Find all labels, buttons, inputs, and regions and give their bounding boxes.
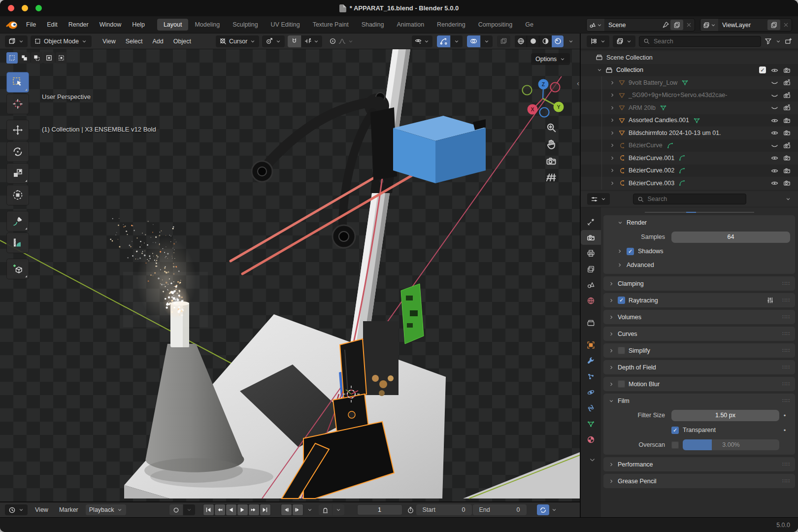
panel-header[interactable]: Motion Blur∷∷: [603, 377, 795, 391]
menu-edit[interactable]: Edit: [41, 19, 63, 31]
xray-toggle[interactable]: [497, 35, 510, 47]
panel-drag-grip[interactable]: ∷∷: [782, 398, 790, 404]
outliner-row-object[interactable]: Assorted Candles.001: [581, 114, 798, 127]
pin-icon[interactable]: [662, 21, 669, 29]
workspace-tab-rendering[interactable]: Rendering: [431, 19, 472, 31]
new-scene-button[interactable]: [670, 20, 683, 30]
keying-set-button[interactable]: [319, 504, 332, 515]
unlink-scene-button[interactable]: [684, 22, 693, 28]
outliner-row-object[interactable]: Bildschirmfoto 2024-10-13 um 01.: [581, 127, 798, 139]
chevron-right-icon[interactable]: [609, 180, 617, 186]
chevron-right-icon[interactable]: [609, 167, 617, 173]
panel-header[interactable]: Volumes∷∷: [603, 310, 795, 324]
playback-menu[interactable]: Playback: [86, 504, 126, 515]
panel-header[interactable]: Grease Pencil∷∷: [603, 474, 795, 488]
workspace-tab-sculpting[interactable]: Sculpting: [226, 19, 264, 31]
camera-icon[interactable]: [783, 117, 791, 124]
keying-dropdown[interactable]: [332, 504, 344, 515]
panel-header[interactable]: ✓Raytracing∷∷: [603, 293, 795, 307]
outliner-row-object[interactable]: 9volt Battery_Low: [581, 76, 798, 89]
eye-open-icon[interactable]: [771, 154, 778, 162]
proportional-editing-icon[interactable]: [329, 37, 336, 45]
camera-off-icon[interactable]: [783, 92, 791, 99]
workspace-tab-texture-paint[interactable]: Texture Paint: [306, 19, 355, 31]
outliner-row-scene-collection[interactable]: Scene Collection: [581, 51, 798, 64]
filter-funnel-icon[interactable]: [765, 37, 772, 45]
panel-header[interactable]: Performance∷∷: [603, 457, 795, 471]
zoom-window-button[interactable]: [35, 5, 42, 11]
animate-dot[interactable]: •: [779, 427, 790, 434]
panel-drag-grip[interactable]: ∷∷: [782, 297, 790, 303]
proportional-falloff-icon[interactable]: [338, 37, 346, 45]
outliner-row-object[interactable]: BézierCurve.001: [581, 152, 798, 165]
panel-header[interactable]: Clamping∷∷: [603, 276, 795, 291]
gizmos-toggle[interactable]: [437, 35, 450, 47]
chevron-down-icon[interactable]: [568, 38, 574, 44]
outliner-filter-mode-button[interactable]: [613, 35, 635, 47]
previous-frame-button[interactable]: [281, 504, 292, 515]
chevron-right-icon[interactable]: [609, 142, 617, 148]
properties-tab-material[interactable]: [581, 432, 601, 447]
panel-film-header[interactable]: Film ∷∷: [603, 394, 795, 408]
viewport-menu-add[interactable]: Add: [148, 36, 168, 47]
navigation-gizmo[interactable]: Z X Y: [517, 77, 568, 124]
outliner-row-collection[interactable]: Collection✓: [581, 64, 798, 77]
shading-wireframe-button[interactable]: [515, 35, 527, 47]
tool-cursor[interactable]: [6, 94, 29, 114]
chevron-down-icon[interactable]: [775, 38, 781, 44]
outliner-row-object[interactable]: _SG90+9g+Micro+Servo.e43d2cae-: [581, 89, 798, 102]
snap-settings[interactable]: [301, 35, 322, 47]
outliner-search-input[interactable]: [653, 37, 757, 45]
panel-drag-grip[interactable]: ∷∷: [782, 364, 790, 370]
viewport-menu-view[interactable]: View: [98, 36, 121, 47]
panel-drag-grip[interactable]: ∷∷: [782, 280, 790, 287]
chevron-down-icon[interactable]: [551, 507, 557, 513]
tool-rotate[interactable]: [6, 141, 29, 162]
scene-browse-button[interactable]: [587, 19, 604, 31]
transparent-checkbox[interactable]: ✓: [671, 427, 679, 434]
workspace-tab-shading[interactable]: Shading: [355, 19, 391, 31]
timeline-menu-marker[interactable]: Marker: [54, 504, 84, 515]
panel-drag-grip[interactable]: ∷∷: [782, 461, 790, 467]
properties-tab-modifiers[interactable]: [581, 353, 601, 368]
pan-hand-icon[interactable]: [546, 139, 557, 150]
properties-tab-physics[interactable]: [581, 385, 601, 399]
tool-scale[interactable]: [6, 163, 29, 184]
tool-measure[interactable]: [6, 233, 29, 253]
simplify-checkbox[interactable]: [618, 347, 625, 354]
eye-open-icon[interactable]: [771, 129, 778, 136]
viewport-menu-select[interactable]: Select: [121, 36, 148, 47]
next-keyframe-button[interactable]: [249, 504, 259, 515]
sidebar-toggle-arrow[interactable]: ‹: [577, 79, 579, 87]
camera-icon[interactable]: [783, 167, 791, 174]
camera-icon[interactable]: [783, 179, 791, 187]
properties-tab-particles[interactable]: [581, 369, 601, 384]
overscan-slider[interactable]: 3.00%: [683, 439, 779, 450]
chevron-right-icon[interactable]: [609, 117, 617, 123]
orthographic-grid-icon[interactable]: [546, 172, 557, 183]
eye-open-icon[interactable]: [771, 179, 778, 187]
properties-tab-tool[interactable]: [581, 214, 601, 229]
servo-motor-object[interactable]: [370, 107, 486, 183]
select-mode-subtract[interactable]: [31, 52, 42, 64]
chevron-right-icon[interactable]: [609, 155, 617, 161]
view-layer-selector[interactable]: ViewLayer: [700, 18, 792, 32]
outliner-display-mode-button[interactable]: [587, 35, 609, 47]
panel-render-header[interactable]: Render: [603, 215, 795, 230]
table-corner-piece[interactable]: [463, 452, 580, 499]
scene-name[interactable]: Scene: [604, 22, 662, 29]
outliner-search[interactable]: [639, 36, 761, 47]
properties-tab-collection[interactable]: [581, 315, 601, 330]
frame-end-field[interactable]: End0: [473, 504, 527, 515]
panel-header[interactable]: Curves∷∷: [603, 327, 795, 341]
properties-editor-type-button[interactable]: [587, 193, 610, 205]
jump-to-end-button[interactable]: [260, 504, 270, 515]
select-mode-set[interactable]: [6, 52, 18, 64]
overlays-dropdown[interactable]: [481, 35, 493, 47]
filter-size-field[interactable]: 1.50 px: [671, 410, 779, 421]
panel-drag-grip[interactable]: ∷∷: [782, 314, 790, 320]
pivot-point-selector[interactable]: [262, 35, 285, 47]
properties-tab-view-layer[interactable]: [581, 262, 601, 276]
editor-type-button[interactable]: [5, 35, 28, 47]
workspace-tab-layout[interactable]: Layout: [157, 19, 189, 31]
